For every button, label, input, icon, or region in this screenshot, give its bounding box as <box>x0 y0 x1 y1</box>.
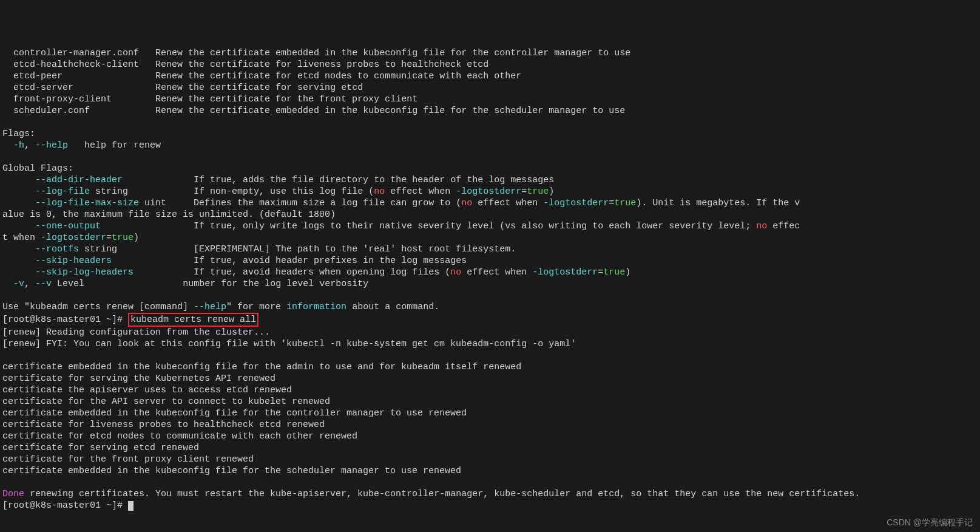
output-line: [renew] Reading configuration from the c… <box>2 327 270 338</box>
highlighted-command: kubeadm certs renew all <box>128 313 259 327</box>
subcmd-row: front-proxy-client Renew the certificate… <box>2 94 417 104</box>
output-line: [renew] FYI: You can look at this config… <box>2 339 576 349</box>
cert-line: certificate for serving the Kubernetes A… <box>2 373 275 384</box>
flag-skip-headers: --skip-headers <box>35 256 112 266</box>
cert-line: certificate the apiserver uses to access… <box>2 385 292 395</box>
flag-v-short: -v <box>13 279 24 289</box>
shell-prompt[interactable]: [root@k8s-master01 ~]# <box>2 500 128 511</box>
flag-help-desc: help for renew <box>84 140 161 151</box>
subcmd-row: controller-manager.conf Renew the certif… <box>2 48 630 58</box>
subcmd-row: etcd-peer Renew the certificate for etcd… <box>2 71 521 81</box>
shell-prompt: [root@k8s-master01 ~]# <box>2 315 128 325</box>
watermark: CSDN @学亮编程手记 <box>887 517 973 528</box>
cert-line: certificate embedded in the kubeconfig f… <box>2 408 467 418</box>
cert-line: certificate for etcd nodes to communicat… <box>2 431 357 442</box>
subcmd-row: scheduler.conf Renew the certificate emb… <box>2 106 625 116</box>
flag-rootfs: --rootfs <box>35 244 79 254</box>
flag-help-short: -h <box>13 140 24 151</box>
flags-header: Flags: <box>2 129 35 139</box>
cert-line: certificate embedded in the kubeconfig f… <box>2 466 461 476</box>
flag-help-long: --help <box>35 140 68 151</box>
use-hint: Use "kubeadm certs renew [command] --hel… <box>2 302 439 312</box>
flag-add-dir-header: --add-dir-header <box>35 175 123 185</box>
subcmd-row: etcd-server Renew the certificate for se… <box>2 83 363 93</box>
cert-line: certificate for the front proxy client r… <box>2 454 254 465</box>
cert-line: certificate for liveness probes to healt… <box>2 420 325 430</box>
terminal-output[interactable]: controller-manager.conf Renew the certif… <box>0 46 980 513</box>
flag-one-output: --one-output <box>35 221 101 231</box>
cert-line: certificate for the API server to connec… <box>2 397 330 407</box>
subcmd-row: etcd-healthcheck-client Renew the certif… <box>2 60 488 70</box>
cert-line: certificate for serving etcd renewed <box>2 443 199 453</box>
cursor-icon <box>128 501 133 511</box>
cert-line: certificate embedded in the kubeconfig f… <box>2 362 521 372</box>
global-flags-header: Global Flags: <box>2 163 73 174</box>
flag-v-long: --v <box>35 279 52 289</box>
flag-skip-log-headers: --skip-log-headers <box>35 267 133 278</box>
flag-log-file-max-size: --log-file-max-size <box>35 198 139 208</box>
flag-log-file: --log-file <box>35 186 90 197</box>
done-line: Done renewing certificates. You must res… <box>2 489 860 499</box>
